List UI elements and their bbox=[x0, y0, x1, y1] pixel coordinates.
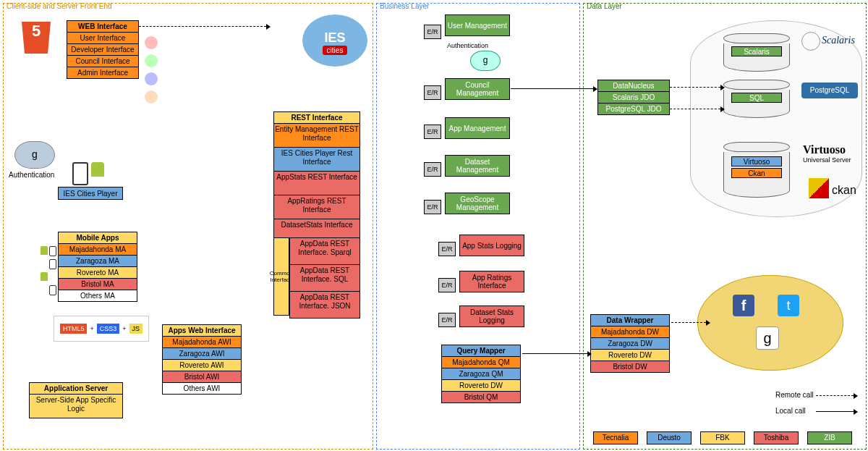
er-tag: E/R bbox=[424, 200, 441, 214]
social-cloud: f t g bbox=[697, 275, 843, 371]
awi-item: Zaragoza AWI bbox=[162, 348, 242, 360]
auth-cloud-small: g bbox=[470, 51, 501, 71]
db-cylinder: Virtuoso Ckan bbox=[723, 142, 788, 198]
mgmt-box: GeoScope Management bbox=[445, 193, 510, 214]
legend-item: Deusto bbox=[647, 431, 692, 444]
android-icon bbox=[41, 272, 48, 281]
rest-item: AppStats REST Interface bbox=[273, 172, 360, 195]
facebook-icon: f bbox=[733, 295, 754, 316]
legend-item: Toshiba bbox=[754, 431, 799, 444]
er-tag: E/R bbox=[438, 242, 456, 256]
mobile-app-item: Others MA bbox=[58, 290, 137, 302]
android-icon bbox=[91, 162, 104, 177]
dn-item: PostgreSQL JDO bbox=[597, 104, 670, 115]
logging-box: App Ratings Interface bbox=[459, 271, 524, 292]
app-server-item: Server-Side App Specific Logic bbox=[29, 395, 123, 418]
logging-box: App Stats Logging bbox=[459, 235, 524, 256]
qm-item: Zaragoza QM bbox=[441, 368, 521, 380]
er-tag: E/R bbox=[438, 278, 456, 292]
awi-item: Rovereto AWI bbox=[162, 360, 242, 371]
person-icon bbox=[145, 90, 158, 104]
dn-item: DataNucleus bbox=[597, 80, 670, 92]
er-tag: E/R bbox=[424, 25, 441, 39]
mgmt-box: Dataset Management bbox=[445, 155, 510, 177]
awi-title: Apps Web Interface bbox=[162, 324, 242, 337]
client-layer-title: Client-side and Server Front End bbox=[7, 2, 112, 10]
web-interface-title: WEB Interface bbox=[67, 20, 139, 33]
rest-title: REST Interface bbox=[273, 111, 360, 124]
dw-item: Majadahonda DW bbox=[590, 326, 670, 338]
mobile-app-item: Zaragoza MA bbox=[58, 256, 137, 267]
er-tag: E/R bbox=[424, 162, 441, 177]
query-mapper-stack: Query Mapper Majadahonda QM Zaragoza QM … bbox=[441, 345, 521, 403]
dw-item: Zaragoza DW bbox=[590, 338, 670, 350]
rest-item: Entity Management REST Interface bbox=[273, 124, 360, 148]
mgmt-box: App Management bbox=[445, 117, 510, 139]
app-server-title: Application Server bbox=[29, 382, 123, 395]
app-server-stack: Application Server Server-Side App Speci… bbox=[29, 382, 123, 418]
mobile-app-item: Bristol MA bbox=[58, 279, 137, 290]
scalaris-label: Scalaris bbox=[822, 35, 855, 46]
awi-item: Bristol AWI bbox=[162, 371, 242, 383]
auth-label: Authentication bbox=[9, 171, 54, 179]
mobile-app-item: Majadahonda MA bbox=[58, 244, 137, 256]
mobile-apps-title: Mobile Apps bbox=[58, 232, 137, 244]
data-wrapper-stack: Data Wrapper Majadahonda DW Zaragoza DW … bbox=[590, 314, 670, 373]
arrow bbox=[671, 322, 706, 323]
qm-item: Majadahonda QM bbox=[441, 357, 521, 368]
local-arrow bbox=[816, 411, 854, 412]
local-call-label: Local call bbox=[775, 407, 806, 415]
common-item: AppData REST Interface. SQL bbox=[289, 265, 360, 292]
awi-item: Others AWI bbox=[162, 383, 242, 395]
ies-city-logo: IES cities bbox=[302, 14, 367, 67]
person-icon bbox=[145, 36, 158, 49]
phone-icon bbox=[49, 259, 56, 269]
legend-item: FBK bbox=[700, 431, 745, 444]
web-interface-item: Developer Interface bbox=[67, 44, 139, 56]
person-icon bbox=[145, 72, 158, 85]
legend: Tecnalia Deusto FBK Toshiba ZIB bbox=[593, 431, 852, 444]
web-interface-item: Admin Interface bbox=[67, 67, 139, 79]
phone-icon bbox=[72, 162, 88, 185]
common-interface-stack: AppData REST Interface. Sparql AppData R… bbox=[289, 237, 360, 319]
rest-interface-stack: REST Interface Entity Management REST In… bbox=[273, 111, 360, 243]
dw-title: Data Wrapper bbox=[590, 314, 670, 326]
web-interface-item: Council Interface bbox=[67, 56, 139, 67]
dw-item: Rovereto DW bbox=[590, 350, 670, 361]
mgmt-box: Council Management bbox=[445, 78, 510, 100]
db-cylinder: Scalaris bbox=[723, 33, 788, 72]
mobile-apps-stack: Mobile Apps Majadahonda MA Zaragoza MA R… bbox=[58, 232, 137, 302]
arrow bbox=[511, 88, 593, 89]
legend-item: ZIB bbox=[807, 431, 852, 444]
mobile-app-item: Rovereto MA bbox=[58, 267, 137, 279]
common-item: AppData REST Interface. JSON bbox=[289, 292, 360, 319]
ies-cities-player-box: IES Cities Player bbox=[58, 187, 123, 200]
phone-icon bbox=[49, 285, 56, 295]
er-tag: E/R bbox=[438, 313, 456, 327]
dn-item: Scalaris JDO bbox=[597, 92, 670, 104]
html5-icon: 5 bbox=[22, 22, 51, 54]
common-item: AppData REST Interface. Sparql bbox=[289, 237, 360, 265]
datanucleus-stack: DataNucleus Scalaris JDO PostgreSQL JDO bbox=[597, 80, 670, 115]
remote-arrow bbox=[816, 395, 854, 396]
business-layer-title: Business Layer bbox=[380, 2, 429, 10]
arrow bbox=[670, 87, 720, 88]
mgmt-box: User Management bbox=[445, 14, 510, 36]
auth-cloud: g bbox=[14, 141, 55, 169]
google-icon: g bbox=[756, 326, 779, 350]
web-interface-stack: WEB Interface User Interface Developer I… bbox=[67, 20, 139, 79]
postgres-badge: PostgreSQL bbox=[801, 83, 858, 98]
remote-call-label: Remote call bbox=[775, 391, 814, 399]
qm-title: Query Mapper bbox=[441, 345, 521, 357]
scalaris-badge bbox=[801, 32, 820, 51]
arrow bbox=[139, 26, 266, 27]
virtuoso-label: VirtuosoUniversal Server bbox=[803, 143, 851, 164]
tech-badges: HTML5+ CSS3+ JS bbox=[54, 316, 149, 342]
db-cylinder: SQL bbox=[723, 80, 788, 118]
web-interface-item: User Interface bbox=[67, 33, 139, 44]
qm-item: Rovereto DW bbox=[441, 380, 521, 392]
common-interface-label: Common Interface bbox=[273, 237, 289, 316]
ckan-label: ckan bbox=[832, 184, 856, 197]
arrow bbox=[522, 353, 587, 354]
twitter-icon: t bbox=[778, 295, 799, 316]
